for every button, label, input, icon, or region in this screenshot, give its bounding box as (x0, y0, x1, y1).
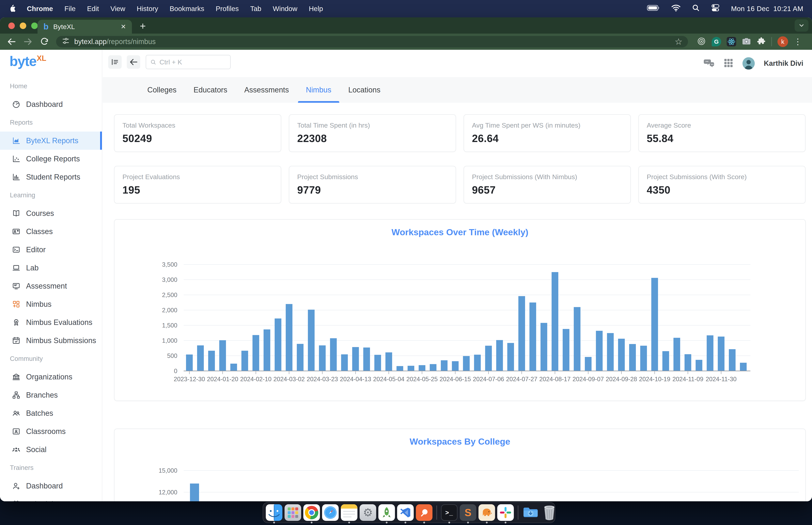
svg-text:2024-11-09: 2024-11-09 (672, 376, 703, 382)
sidebar-section-learning: Learning (0, 186, 102, 204)
svg-text:2024-09-28: 2024-09-28 (606, 376, 637, 382)
screenshot-extension-icon[interactable] (742, 36, 751, 47)
sidebar-item-dashboard[interactable]: Dashboard (0, 477, 102, 495)
sidebar-item-label: Nimbus Evaluations (26, 318, 92, 327)
sidebar-item-bytexl-reports[interactable]: ByteXL Reports (0, 132, 102, 150)
dock-notes-icon[interactable] (341, 504, 357, 521)
menu-item-file[interactable]: File (64, 5, 75, 13)
sidebar-item-social[interactable]: Social (0, 440, 102, 459)
tab-search-button[interactable] (795, 19, 809, 32)
menu-items: ChromeFileEditViewHistoryBookmarksProfil… (27, 5, 335, 13)
dock-postman-icon[interactable] (416, 504, 432, 521)
stat-card-label: Project Submissions (297, 173, 448, 181)
sidebar-item-courses[interactable]: Courses (0, 204, 102, 222)
tab-nimbus[interactable]: Nimbus (304, 77, 334, 103)
dock-launchpad-icon[interactable] (285, 504, 301, 521)
page-back-button[interactable] (127, 55, 140, 69)
dock-postico-icon[interactable] (478, 504, 495, 521)
menu-item-profiles[interactable]: Profiles (216, 5, 239, 13)
macos-menu-bar: ChromeFileEditViewHistoryBookmarksProfil… (0, 0, 812, 17)
sidebar-item-college-reports[interactable]: College Reports (0, 150, 102, 168)
sidebar-item-student-reports[interactable]: Student Reports (0, 168, 102, 186)
dock-finder-icon[interactable] (266, 504, 282, 521)
sidebar-item-dashboard[interactable]: Dashboard (0, 95, 102, 114)
sidebar-item-classes[interactable]: Classes (0, 222, 102, 241)
sidebar-item-label: Branches (26, 391, 58, 400)
stat-card-value: 9657 (472, 184, 623, 196)
menu-item-tab[interactable]: Tab (250, 5, 261, 13)
menu-item-history[interactable]: History (137, 5, 158, 13)
dock-trash-icon[interactable] (541, 504, 558, 521)
apps-grid-icon[interactable] (723, 58, 733, 69)
dock-running-dot (273, 522, 275, 523)
sidebar-item-schedule[interactable]: Schedule (0, 495, 102, 501)
menu-item-help[interactable]: Help (309, 5, 323, 13)
tab-colleges[interactable]: Colleges (145, 77, 179, 103)
extensions-puzzle-icon[interactable] (757, 37, 766, 47)
tab-educators[interactable]: Educators (191, 77, 230, 103)
maximize-window-button[interactable] (31, 22, 38, 29)
menu-item-window[interactable]: Window (273, 5, 297, 13)
user-name[interactable]: Karthik Divi (764, 59, 803, 68)
grammarly-extension-icon[interactable]: G (712, 37, 721, 46)
people-group-icon (12, 445, 20, 454)
spotlight-search-icon[interactable] (692, 4, 700, 13)
dock-downloads-folder-icon[interactable] (522, 504, 539, 521)
bookmark-star-icon[interactable]: ☆ (675, 38, 683, 46)
sidebar-item-nimbus-evaluations[interactable]: Nimbus Evaluations (0, 313, 102, 331)
react-devtools-extension-icon[interactable] (727, 37, 736, 46)
chat-icon[interactable] (703, 58, 715, 69)
sidebar-item-label: Classes (26, 227, 53, 236)
orbit-extension-icon[interactable] (697, 36, 706, 47)
menu-item-bookmarks[interactable]: Bookmarks (170, 5, 204, 13)
browser-menu-icon[interactable]: ⋮ (794, 39, 802, 44)
wifi-icon[interactable] (671, 4, 680, 13)
sidebar-item-classrooms[interactable]: Classrooms (0, 422, 102, 440)
browser-profile-avatar[interactable]: k (778, 36, 788, 47)
dock-rocket-app-icon[interactable] (378, 504, 395, 521)
search-input[interactable] (159, 58, 226, 66)
dock-vscode-icon[interactable] (397, 504, 414, 521)
apple-menu-icon[interactable] (9, 4, 16, 13)
menu-item-chrome[interactable]: Chrome (27, 5, 53, 13)
minimize-window-button[interactable] (20, 22, 26, 29)
dock-terminal-icon[interactable]: >_ (441, 504, 458, 521)
sidebar-item-label: Batches (26, 409, 53, 418)
address-bar[interactable]: bytexl.app/reports/nimbus ☆ (56, 36, 688, 47)
close-window-button[interactable] (8, 22, 15, 29)
new-tab-button[interactable]: + (140, 20, 146, 32)
svg-text:12,000: 12,000 (158, 489, 177, 496)
dock-slack-icon[interactable] (497, 504, 514, 521)
sidebar-item-label: Social (26, 446, 47, 454)
back-button[interactable] (7, 37, 16, 46)
sidebar-item-branches[interactable]: Branches (0, 386, 102, 404)
tab-close-icon[interactable]: ✕ (121, 23, 126, 30)
dock-sublime-text-icon[interactable]: S (460, 504, 476, 521)
sidebar-item-lab[interactable]: Lab (0, 259, 102, 277)
control-center-icon[interactable] (711, 4, 720, 14)
site-settings-icon[interactable] (62, 37, 70, 47)
sidebar-item-label: Editor (26, 245, 46, 254)
sidebar-item-nimbus[interactable]: Nimbus (0, 295, 102, 313)
browser-tab[interactable]: b ByteXL ✕ (37, 20, 132, 33)
sidebar-item-nimbus-submissions[interactable]: Nimbus Submissions (0, 331, 102, 350)
user-avatar[interactable] (742, 57, 755, 70)
tab-locations[interactable]: Locations (346, 77, 383, 103)
bytexl-logo[interactable]: byteXL (10, 53, 46, 69)
forward-button[interactable] (23, 37, 33, 46)
tab-assessments[interactable]: Assessments (242, 77, 291, 103)
sidebar-item-assessment[interactable]: Assessment (0, 277, 102, 295)
menu-item-edit[interactable]: Edit (87, 5, 99, 13)
sidebar-item-batches[interactable]: Batches (0, 404, 102, 422)
sidebar-item-editor[interactable]: Editor (0, 241, 102, 259)
global-search (146, 55, 231, 69)
sidebar-item-organizations[interactable]: Organizations (0, 368, 102, 386)
sidebar-collapse-button[interactable] (108, 55, 122, 69)
dock-safari-icon[interactable] (322, 504, 339, 521)
menu-item-view[interactable]: View (110, 5, 125, 13)
dock-chrome-icon[interactable] (303, 504, 320, 521)
hierarchy-icon (12, 391, 20, 400)
reload-button[interactable] (40, 37, 49, 46)
dock-running-dot (386, 522, 388, 523)
dock-system-settings-icon[interactable]: ⚙ (359, 504, 376, 521)
